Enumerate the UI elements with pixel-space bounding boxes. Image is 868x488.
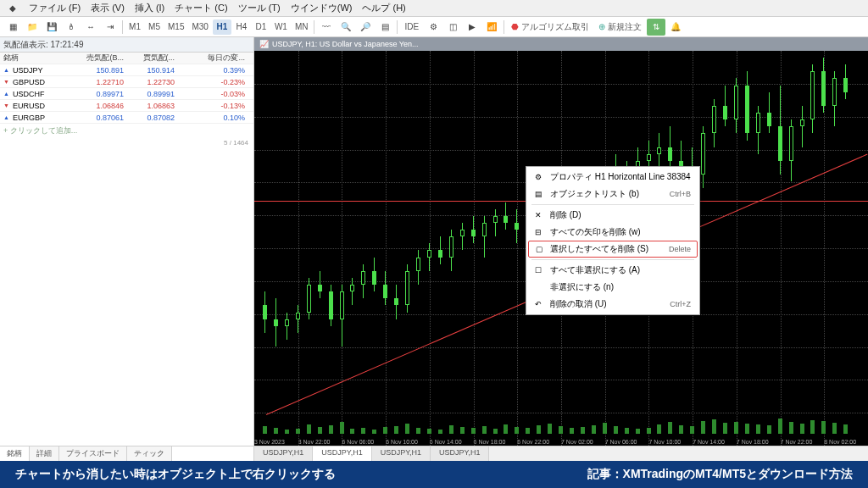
algo-trading-button[interactable]: ⬣アルゴリズム取引 (507, 19, 593, 35)
chart-tab[interactable]: USDJPY,H1 (254, 446, 313, 461)
ctx-icon (532, 281, 544, 293)
separator (314, 20, 314, 34)
open-icon[interactable]: 📁 (23, 19, 42, 36)
menubar-item[interactable]: ツール (T) (233, 0, 286, 16)
zoom-out-icon[interactable]: 🔎 (356, 19, 375, 36)
menubar-item[interactable]: ヘルプ (H) (357, 0, 410, 16)
ctx-icon: ⊟ (532, 226, 544, 238)
context-menu-item[interactable]: ⚙プロパティ H1 Horizontal Line 38384 (528, 169, 698, 186)
save-icon[interactable]: 💾 (42, 19, 61, 36)
market-watch-title: 気配値表示: 17:21:49 (0, 37, 253, 53)
chart-area: 📈 USDJPY, H1: US Dollar vs Japanese Yen.… (254, 37, 868, 461)
app-icon: ◆ (3, 0, 22, 17)
template-icon[interactable]: ▤ (376, 19, 394, 36)
timeframe-W1[interactable]: W1 (271, 19, 291, 35)
caption-left: チャートから消したい時はオブジェクト上で右クリックする (15, 467, 336, 482)
autoscroll-icon[interactable]: ↔ (81, 19, 100, 36)
chart-tab[interactable]: USDJPY,H1 (431, 446, 489, 461)
ctx-icon: ↶ (532, 298, 544, 310)
timeframe-M30[interactable]: M30 (188, 19, 211, 35)
layers-icon[interactable]: ◫ (443, 19, 462, 36)
timeframe-D1[interactable]: D1 (252, 19, 270, 35)
new-chart-icon[interactable]: ▦ (3, 19, 22, 36)
indicator-icon[interactable]: 〰 (317, 19, 336, 36)
market-row[interactable]: ▲USDJPY150.891150.9140.39% (0, 64, 253, 76)
ctx-icon: ▢ (533, 243, 545, 255)
context-menu-item[interactable]: ↶削除の取消 (U)Ctrl+Z (528, 296, 698, 313)
new-order-button[interactable]: ⊕新規注文 (594, 19, 646, 35)
cog-icon[interactable]: ⚙ (424, 19, 442, 36)
market-watch-panel: 気配値表示: 17:21:49 銘柄 売気配(B... 買気配(... 毎日の変… (0, 37, 254, 461)
context-menu-item[interactable]: 非選択にする (n) (528, 279, 698, 296)
ide-button[interactable]: IDE (400, 19, 423, 35)
play-icon[interactable]: ▶ (463, 19, 481, 36)
menubar-item[interactable]: ファイル (F) (24, 0, 86, 16)
separator (397, 20, 398, 34)
add-symbol-row[interactable]: + クリックして追加... (0, 124, 253, 138)
separator (504, 20, 504, 34)
context-menu-item[interactable]: ▤オブジェクトリスト (b)Ctrl+B (528, 186, 698, 202)
chart-title-bar: 📈 USDJPY, H1: US Dollar vs Japanese Yen.… (254, 37, 868, 51)
menubar-item[interactable]: ウインドウ(W) (286, 0, 358, 16)
timeframe-H4[interactable]: H4 (232, 19, 251, 35)
caption-right: 記事：XMTradingのMT4/MT5とダウンロード方法 (587, 467, 853, 482)
ctx-icon: ✕ (532, 209, 544, 221)
timeframe-M5[interactable]: M5 (145, 19, 164, 35)
market-row[interactable]: ▲EURGBP0.870610.870820.10% (0, 112, 253, 124)
chart-tab[interactable]: USDJPY,H1 (372, 446, 431, 461)
ctx-icon: ☐ (532, 264, 544, 276)
one-click-icon[interactable]: ⇅ (647, 19, 665, 36)
zoom-in-icon[interactable]: 🔍 (337, 19, 355, 36)
market-table-header: 銘柄 売気配(B... 買気配(... 毎日の変... (0, 53, 253, 64)
symbol-count: 5 / 1464 (0, 138, 253, 147)
chart-canvas[interactable]: 3 Nov 20233 Nov 22:006 Nov 06:006 Nov 10… (254, 51, 868, 446)
market-row[interactable]: ▼EURUSD1.068461.06863-0.13% (0, 100, 253, 112)
context-menu-item[interactable]: ☐すべて非選択にする (A) (528, 262, 698, 279)
market-watch-tabs: 銘柄詳細プライスボードティック (0, 446, 253, 461)
timeframe-H1[interactable]: H1 (213, 19, 231, 35)
timeframe-M1[interactable]: M1 (125, 19, 144, 35)
ctx-icon: ⚙ (532, 171, 544, 183)
menubar-item[interactable]: チャート (C) (170, 0, 232, 16)
separator (122, 20, 123, 34)
timeframe-MN[interactable]: MN (292, 19, 312, 35)
menubar: ◆ ファイル (F)表示 (V)挿入 (I)チャート (C)ツール (T)ウイン… (0, 0, 868, 17)
toolbar: ▦ 📁 💾 🕯 ↔ ⇥ M1M5M15M30H1H4D1W1MN 〰 🔍 🔎 ▤… (0, 17, 868, 37)
sidebar-tab[interactable]: 銘柄 (0, 446, 30, 461)
market-row[interactable]: ▼GBPUSD1.227101.22730-0.23% (0, 76, 253, 88)
signal-icon[interactable]: 📶 (482, 19, 501, 36)
context-menu: ⚙プロパティ H1 Horizontal Line 38384▤オブジェクトリス… (526, 166, 700, 315)
chart-tabs: USDJPY,H1USDJPY,H1USDJPY,H1USDJPY,H1 (254, 446, 868, 461)
sidebar-tab[interactable]: プライスボード (59, 446, 127, 461)
ctx-icon: ▤ (532, 188, 544, 200)
sidebar-tab[interactable]: ティック (127, 446, 172, 461)
menubar-item[interactable]: 表示 (V) (86, 0, 130, 16)
chart-type-icon[interactable]: 🕯 (62, 19, 81, 36)
caption-banner: チャートから消したい時はオブジェクト上で右クリックする 記事：XMTrading… (0, 461, 868, 488)
chart-icon: 📈 (259, 40, 269, 48)
context-menu-item[interactable]: ✕削除 (D) (528, 207, 698, 224)
menubar-item[interactable]: 挿入 (I) (130, 0, 170, 16)
market-row[interactable]: ▲USDCHF0.899710.89991-0.03% (0, 88, 253, 100)
context-menu-item[interactable]: ⊟すべての矢印を削除 (w) (528, 224, 698, 241)
alert-icon[interactable]: 🔔 (666, 19, 685, 36)
shift-icon[interactable]: ⇥ (101, 19, 120, 36)
chart-tab[interactable]: USDJPY,H1 (313, 446, 371, 461)
context-menu-item[interactable]: ▢選択したすべてを削除 (S)Delete (528, 241, 698, 258)
sidebar-tab[interactable]: 詳細 (30, 446, 59, 461)
timeframe-M15[interactable]: M15 (164, 19, 187, 35)
